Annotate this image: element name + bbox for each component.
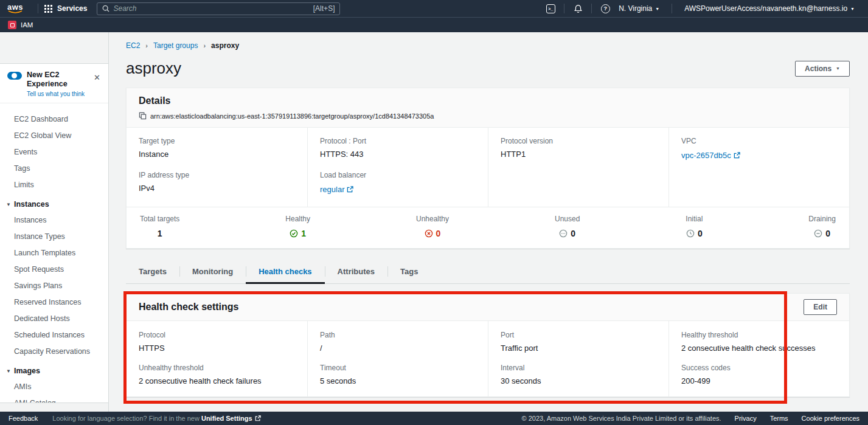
tab-bar: Targets Monitoring Health checks Attribu… xyxy=(126,261,850,284)
sidebar-section-images[interactable]: ▼Images xyxy=(6,367,103,375)
sidebar-item-reserved-instances[interactable]: Reserved Instances xyxy=(14,296,103,308)
footer: Feedback Looking for language selection?… xyxy=(0,412,868,425)
sidebar-item-tags[interactable]: Tags xyxy=(14,162,103,174)
field-label: Timeout xyxy=(320,364,476,372)
sidebar-item-amis[interactable]: AMIs xyxy=(14,381,103,393)
dots-circle-icon xyxy=(559,229,568,238)
initial-count: 0 xyxy=(698,229,703,238)
tab-attributes[interactable]: Attributes xyxy=(325,261,387,283)
cookie-preferences-link[interactable]: Cookie preferences xyxy=(802,415,859,422)
close-icon[interactable]: ✕ xyxy=(94,74,100,81)
field-label: Protocol version xyxy=(501,137,656,145)
sidebar-spacer xyxy=(0,32,108,64)
account-menu[interactable]: AWSPowerUserAccess/navaneeth.kn@harness.… xyxy=(678,4,861,13)
search-input[interactable] xyxy=(113,4,309,13)
sidebar-bottom-strip xyxy=(0,403,108,412)
field-label: Healthy threshold xyxy=(681,331,837,339)
breadcrumb-ec2[interactable]: EC2 xyxy=(126,41,140,50)
draining-cell: Draining 0 xyxy=(808,215,836,238)
sidebar-item-ec2-global-view[interactable]: EC2 Global View xyxy=(14,130,103,142)
health-check-header: Health check settings Edit xyxy=(127,294,849,321)
tab-monitoring[interactable]: Monitoring xyxy=(179,261,246,283)
field-label: Load balancer xyxy=(320,171,476,179)
new-experience-toggle[interactable] xyxy=(7,72,22,80)
field-label: VPC xyxy=(681,137,837,145)
services-menu-button[interactable]: Services xyxy=(44,4,87,13)
sidebar-section-instances[interactable]: ▼Instances xyxy=(6,200,103,209)
initial-cell: Initial 0 xyxy=(686,215,703,238)
sidebar-item-launch-templates[interactable]: Launch Templates xyxy=(14,247,103,259)
copyright-text: © 2023, Amazon Web Services India Privat… xyxy=(522,415,721,422)
minus-circle-icon xyxy=(814,229,822,238)
field-label: Port xyxy=(501,331,656,339)
sidebar-item-limits[interactable]: Limits xyxy=(14,179,103,191)
help-button[interactable]: ? xyxy=(598,4,613,13)
draining-count: 0 xyxy=(825,229,830,238)
sidebar-item-instances[interactable]: Instances xyxy=(14,214,103,226)
details-header: Details arn:aws:elasticloadbalancing:us-… xyxy=(127,88,849,128)
breadcrumb-target-groups[interactable]: Target groups xyxy=(153,41,198,50)
region-selector[interactable]: N. Virginia ▼ xyxy=(613,4,665,13)
unused-count: 0 xyxy=(571,229,575,238)
total-targets-count: 1 xyxy=(158,229,162,238)
privacy-link[interactable]: Privacy xyxy=(735,415,757,422)
health-check-settings-card: Health check settings Edit ProtocolHTTPS… xyxy=(126,293,850,397)
sidebar-item-scheduled-instances[interactable]: Scheduled Instances xyxy=(14,329,103,341)
target-group-arn: arn:aws:elasticloadbalancing:us-east-1:3… xyxy=(150,112,434,120)
target-status-summary: Total targets 1 Healthy 1 Unhealthy 0 xyxy=(127,207,849,248)
sidebar-item-ami-catalog[interactable]: AMI Catalog xyxy=(14,397,103,403)
tab-targets[interactable]: Targets xyxy=(126,261,179,283)
unused-cell: Unused 0 xyxy=(555,215,580,238)
tab-health-checks[interactable]: Health checks xyxy=(246,261,324,283)
unified-settings-link[interactable]: Unified Settings xyxy=(201,415,261,422)
sidebar-item-instance-types[interactable]: Instance Types xyxy=(14,230,103,243)
field-label: IP address type xyxy=(139,171,295,179)
global-search: [Alt+S] xyxy=(97,2,340,15)
details-card: Details arn:aws:elasticloadbalancing:us-… xyxy=(126,88,850,249)
feedback-button[interactable]: Feedback xyxy=(9,415,38,422)
aws-logo[interactable]: aws xyxy=(7,4,23,13)
health-check-section: Health check settings Edit ProtocolHTTPS… xyxy=(126,293,850,397)
protocol-port-value: HTTPS: 443 xyxy=(320,150,476,159)
vpc-link[interactable]: vpc-2657db5c xyxy=(681,151,740,160)
new-experience-label: New EC2 Experience xyxy=(27,71,101,89)
healthy-cell: Healthy 1 xyxy=(285,215,310,238)
ip-address-type-value: IPv4 xyxy=(139,184,295,193)
healthy-count: 1 xyxy=(301,229,306,238)
field-label: Success codes xyxy=(681,364,837,372)
tab-tags[interactable]: Tags xyxy=(387,261,431,283)
chevron-right-icon: › xyxy=(145,42,148,49)
hc-interval-value: 30 seconds xyxy=(501,376,656,385)
hc-success-codes-value: 200-499 xyxy=(681,376,837,385)
aws-smile-icon xyxy=(8,10,23,13)
sidebar-item-events[interactable]: Events xyxy=(14,146,103,158)
sidebar-item-savings-plans[interactable]: Savings Plans xyxy=(14,280,103,292)
edit-button[interactable]: Edit xyxy=(804,299,837,315)
top-navigation: aws Services [Alt+S] >_ ? N. Virginia ▼ … xyxy=(0,0,868,17)
new-ec2-experience-panel: New EC2 Experience Tell us what you thin… xyxy=(0,64,108,103)
notifications-button[interactable] xyxy=(571,4,585,13)
page-title: asproxy xyxy=(126,59,181,78)
copy-icon[interactable] xyxy=(139,112,147,120)
main-content: EC2 › Target groups › asproxy asproxy Ac… xyxy=(109,32,868,412)
sidebar-item-capacity-reservations[interactable]: Capacity Reservations xyxy=(14,345,103,358)
cloudshell-button[interactable]: >_ xyxy=(543,4,558,13)
bell-icon xyxy=(574,4,583,13)
terms-link[interactable]: Terms xyxy=(770,415,788,422)
chevron-right-icon: › xyxy=(203,42,206,49)
health-check-grid: ProtocolHTTPS Unhealthy threshold2 conse… xyxy=(127,321,849,396)
actions-button[interactable]: Actions ▼ xyxy=(795,61,850,77)
hc-protocol-value: HTTPS xyxy=(139,344,295,353)
feedback-link[interactable]: Tell us what you think xyxy=(27,91,101,97)
language-hint: Looking for language selection? Find it … xyxy=(52,415,260,422)
sidebar-item-dedicated-hosts[interactable]: Dedicated Hosts xyxy=(14,313,103,325)
hc-healthy-threshold-value: 2 consecutive health check successes xyxy=(681,344,837,353)
aws-logo-text: aws xyxy=(7,4,23,10)
sidebar-item-ec2-dashboard[interactable]: EC2 Dashboard xyxy=(14,113,103,125)
field-label: Protocol xyxy=(139,331,295,339)
sidebar-item-spot-requests[interactable]: Spot Requests xyxy=(14,263,103,275)
load-balancer-link[interactable]: regular xyxy=(320,185,353,194)
favorite-iam-link[interactable]: IAM xyxy=(21,21,33,29)
check-circle-icon xyxy=(290,229,298,238)
question-icon: ? xyxy=(601,4,610,13)
